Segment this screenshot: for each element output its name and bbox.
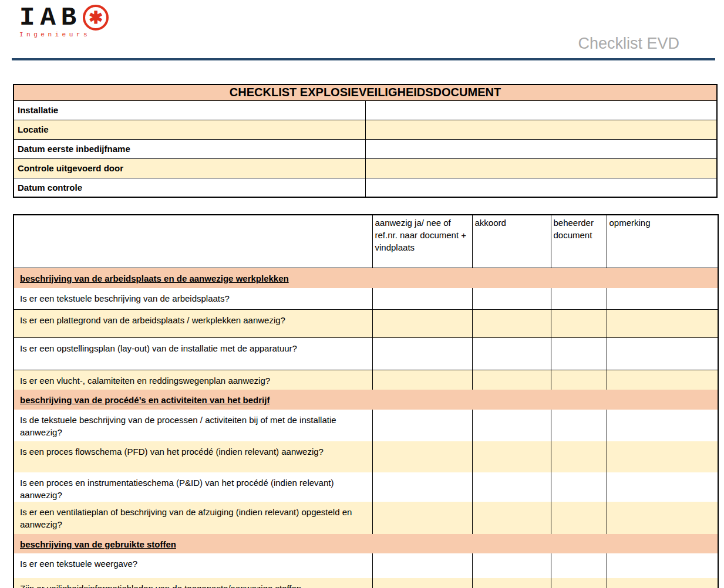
field-value-controle-door[interactable]: [365, 158, 717, 178]
field-label-installatie: Installatie: [14, 100, 365, 120]
table-row: Is een proces flowschema (PFD) van het p…: [14, 441, 718, 472]
answer-cell-akkoord[interactable]: [472, 553, 551, 578]
table-row: Is er een vlucht-, calamiteiten en reddi…: [14, 370, 718, 390]
field-value-installatie[interactable]: [365, 100, 717, 120]
answer-cell-beheerder[interactable]: [551, 410, 607, 441]
column-header-aanwezig: aanwezig ja/ nee of ref.nr. naar documen…: [372, 215, 472, 268]
table-row: Is er een ventilatieplan of beschrijving…: [14, 502, 718, 534]
answer-cell-opmerking[interactable]: [607, 410, 718, 441]
answer-cell-akkoord[interactable]: [472, 337, 551, 370]
answer-cell-beheerder[interactable]: [551, 309, 607, 337]
answer-cell-opmerking[interactable]: [607, 288, 718, 309]
column-header-beheerder: beheerder document: [551, 215, 607, 268]
table-row: Installatie: [14, 100, 717, 120]
answer-cell-opmerking[interactable]: [607, 553, 718, 578]
field-value-locatie[interactable]: [365, 120, 717, 139]
table-row: Locatie: [14, 120, 717, 139]
question-cell: Is een proces flowschema (PFD) van het p…: [14, 441, 372, 472]
field-label-datum-controle: Datum controle: [14, 178, 365, 197]
answer-cell-aanwezig[interactable]: [372, 502, 472, 534]
question-cell: Zijn er veiligheidsinformatiebladen van …: [14, 578, 372, 588]
answer-cell-akkoord[interactable]: [472, 578, 551, 588]
answer-cell-beheerder[interactable]: [551, 553, 607, 578]
field-label-locatie: Locatie: [14, 120, 365, 139]
answer-cell-opmerking[interactable]: [607, 502, 718, 534]
section-header-row: beschrijving van de gebruikte stoffen: [14, 534, 718, 553]
answer-cell-akkoord[interactable]: [472, 502, 551, 534]
answer-cell-aanwezig[interactable]: [372, 288, 472, 309]
question-cell: Is er een tekstuele beschrijving van de …: [14, 288, 372, 309]
column-header-opmerking: opmerking: [607, 215, 718, 268]
table-row: Is er een opstellingsplan (lay-out) van …: [14, 337, 718, 370]
question-cell: Is er een ventilatieplan of beschrijving…: [14, 502, 372, 534]
section-title: beschrijving van de arbeidsplaats en de …: [14, 268, 718, 288]
question-cell: Is er een plattegrond van de arbeidsplaa…: [14, 309, 372, 337]
answer-cell-akkoord[interactable]: [472, 309, 551, 337]
logo-subtext: Ingenieurs: [19, 31, 109, 38]
answer-cell-opmerking[interactable]: [607, 441, 718, 472]
company-logo: IAB ✱ Ingenieurs: [19, 5, 109, 38]
logo-text: IAB: [19, 5, 82, 31]
answer-cell-beheerder[interactable]: [551, 441, 607, 472]
answer-cell-beheerder[interactable]: [551, 578, 607, 588]
section-title: beschrijving van de gebruikte stoffen: [14, 534, 718, 553]
column-header-row: aanwezig ja/ nee of ref.nr. naar documen…: [14, 215, 718, 268]
document-type-label: Checklist EVD: [578, 35, 679, 53]
table-row: Zijn er veiligheidsinformatiebladen van …: [14, 578, 718, 588]
answer-cell-opmerking[interactable]: [607, 472, 718, 502]
table-row: Is er een plattegrond van de arbeidsplaa…: [14, 309, 718, 337]
table-row: CHECKLIST EXPLOSIEVEILIGHEIDSDOCUMENT: [14, 85, 717, 100]
table-row: Controle uitgevoerd door: [14, 158, 717, 178]
table-row: Is er een tekstuele weergave?: [14, 553, 718, 578]
answer-cell-opmerking[interactable]: [607, 337, 718, 370]
field-label-datum-inbedijfname: Datum eerste inbedijfname: [14, 139, 365, 158]
answer-cell-akkoord[interactable]: [472, 370, 551, 390]
section-title: beschrijving van de procédé’s en activit…: [14, 390, 718, 410]
answer-cell-opmerking[interactable]: [607, 309, 718, 337]
answer-cell-aanwezig[interactable]: [372, 578, 472, 588]
question-cell: Is er een tekstuele weergave?: [14, 553, 372, 578]
section-header-row: beschrijving van de procédé’s en activit…: [14, 390, 718, 410]
table-row: Is een proces en instrumentatieschema (P…: [14, 472, 718, 502]
answer-cell-opmerking[interactable]: [607, 370, 718, 390]
answer-cell-aanwezig[interactable]: [372, 441, 472, 472]
question-cell: Is er een vlucht-, calamiteiten en reddi…: [14, 370, 372, 390]
answer-cell-beheerder[interactable]: [551, 502, 607, 534]
answer-cell-beheerder[interactable]: [551, 472, 607, 502]
page-title: CHECKLIST EXPLOSIEVEILIGHEIDSDOCUMENT: [14, 85, 717, 100]
field-label-controle-door: Controle uitgevoerd door: [14, 158, 365, 178]
checklist-table: aanwezig ja/ nee of ref.nr. naar documen…: [13, 214, 719, 588]
answer-cell-opmerking[interactable]: [607, 578, 718, 588]
table-row: Is de tekstuele beschrijving van de proc…: [14, 410, 718, 441]
section-header-row: beschrijving van de arbeidsplaats en de …: [14, 268, 718, 288]
answer-cell-akkoord[interactable]: [472, 441, 551, 472]
question-cell: Is een proces en instrumentatieschema (P…: [14, 472, 372, 502]
answer-cell-aanwezig[interactable]: [372, 472, 472, 502]
column-header-akkoord: akkoord: [472, 215, 551, 268]
field-value-datum-controle[interactable]: [365, 178, 717, 197]
column-header-question: [14, 215, 372, 268]
answer-cell-aanwezig[interactable]: [372, 370, 472, 390]
info-table: CHECKLIST EXPLOSIEVEILIGHEIDSDOCUMENT In…: [13, 84, 718, 198]
table-row: Datum controle: [14, 178, 717, 197]
question-cell: Is de tekstuele beschrijving van de proc…: [14, 410, 372, 441]
asterisk-logo-icon: ✱: [83, 5, 109, 31]
answer-cell-aanwezig[interactable]: [372, 553, 472, 578]
header-divider-rule: [12, 58, 715, 60]
question-cell: Is er een opstellingsplan (lay-out) van …: [14, 337, 372, 370]
answer-cell-beheerder[interactable]: [551, 337, 607, 370]
answer-cell-aanwezig[interactable]: [372, 410, 472, 441]
answer-cell-beheerder[interactable]: [551, 288, 607, 309]
answer-cell-akkoord[interactable]: [472, 472, 551, 502]
answer-cell-akkoord[interactable]: [472, 410, 551, 441]
answer-cell-beheerder[interactable]: [551, 370, 607, 390]
answer-cell-aanwezig[interactable]: [372, 309, 472, 337]
table-row: Datum eerste inbedijfname: [14, 139, 717, 158]
answer-cell-akkoord[interactable]: [472, 288, 551, 309]
field-value-datum-inbedijfname[interactable]: [365, 139, 717, 158]
table-row: Is er een tekstuele beschrijving van de …: [14, 288, 718, 309]
answer-cell-aanwezig[interactable]: [372, 337, 472, 370]
